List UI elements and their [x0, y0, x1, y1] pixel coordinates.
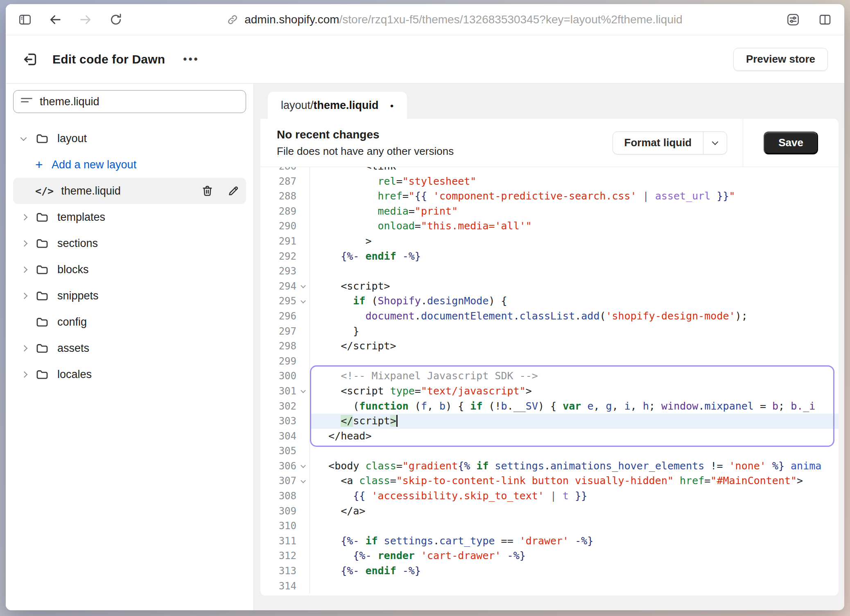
- code-text[interactable]: }: [310, 324, 839, 339]
- format-liquid-button[interactable]: Format liquid: [613, 131, 728, 154]
- line-number: 300: [260, 369, 296, 384]
- code-text[interactable]: media="print": [310, 204, 839, 219]
- code-text[interactable]: if (Shopify.designMode) {: [310, 294, 839, 309]
- sidebar-item-blocks[interactable]: blocks: [13, 256, 246, 283]
- sidebar-item-snippets[interactable]: snippets: [13, 283, 246, 309]
- code-text[interactable]: [310, 354, 839, 369]
- reload-icon[interactable]: [109, 13, 123, 27]
- code-text[interactable]: </script>: [310, 339, 839, 354]
- page-title: Edit code for Dawn: [52, 52, 165, 66]
- code-text[interactable]: <script>: [310, 279, 839, 294]
- code-text[interactable]: <link: [310, 167, 839, 174]
- code-text[interactable]: </head>: [310, 429, 839, 444]
- editor-pane: layout/theme.liquid ● No recent changes …: [254, 84, 844, 610]
- code-text[interactable]: [310, 519, 839, 534]
- browser-toolbar: admin.shopify.com/store/rzq1xu-f5/themes…: [6, 4, 844, 35]
- code-text[interactable]: </a>: [310, 504, 839, 519]
- rename-file-icon[interactable]: [227, 185, 240, 197]
- tab-theme-liquid[interactable]: layout/theme.liquid ●: [268, 92, 407, 119]
- code-text[interactable]: >: [310, 234, 839, 249]
- chevron-right-icon[interactable]: [21, 215, 35, 220]
- desktop: { "browser": { "url_host": "admin.shopif…: [0, 0, 850, 616]
- fold-chevron-icon[interactable]: [296, 294, 310, 309]
- file-search-input[interactable]: theme.liquid: [13, 90, 246, 113]
- chevron-down-icon: [712, 139, 719, 145]
- line-number: 314: [260, 579, 296, 594]
- link-icon: [226, 14, 239, 26]
- preview-store-button[interactable]: Preview store: [733, 48, 828, 71]
- code-text[interactable]: </script>: [310, 414, 839, 429]
- code-line-307: 307 <a class="skip-to-content-link butto…: [260, 473, 839, 489]
- sidebar-item-sections[interactable]: sections: [13, 230, 246, 256]
- sidebar-item-locales[interactable]: locales: [13, 361, 246, 387]
- fold-chevron-icon[interactable]: [296, 459, 310, 474]
- code-text[interactable]: <body class="gradient{% if settings.anim…: [310, 459, 839, 474]
- code-line-302: 302 (function (f, b) { if (!b.__SV) { va…: [260, 399, 839, 414]
- line-number: 289: [260, 204, 296, 219]
- chevron-right-icon[interactable]: [21, 267, 35, 272]
- code-line-313: 313 {%- endif -%}: [260, 564, 839, 579]
- fold-spacer: [296, 414, 310, 429]
- code-text[interactable]: [310, 579, 839, 594]
- code-line-314: 314: [260, 579, 839, 594]
- fold-spacer: [296, 309, 310, 324]
- fold-chevron-icon[interactable]: [296, 384, 310, 399]
- code-text[interactable]: [310, 264, 839, 279]
- folder-icon: [35, 131, 49, 145]
- page-settings-icon[interactable]: [786, 13, 800, 27]
- fold-spacer: [296, 167, 310, 174]
- code-text[interactable]: href="{{ 'component-predictive-search.cs…: [310, 189, 839, 204]
- exit-icon[interactable]: [22, 51, 38, 68]
- status-subtitle: File does not have any other versions: [277, 145, 454, 158]
- sidebar-item-layout[interactable]: layout: [13, 125, 246, 152]
- code-text[interactable]: {%- endif -%}: [310, 249, 839, 264]
- code-text[interactable]: {{ 'accessibility.skip_to_text' | t }}: [310, 489, 839, 504]
- code-text[interactable]: (function (f, b) { if (!b.__SV) { var e,…: [310, 399, 839, 414]
- code-editor[interactable]: 286 <link287 rel="stylesheet"288 href="{…: [260, 167, 839, 596]
- chevron-right-icon[interactable]: [21, 294, 35, 298]
- code-text[interactable]: {%- render 'cart-drawer' -%}: [310, 548, 839, 564]
- chevron-right-icon[interactable]: [21, 372, 35, 377]
- code-text[interactable]: {%- endif -%}: [310, 564, 839, 579]
- code-line-295: 295 if (Shopify.designMode) {: [260, 294, 839, 309]
- code-text[interactable]: <!-- Mixpanel Javascript SDK -->: [310, 369, 839, 384]
- sidebar-item-add-a-new-layout[interactable]: +Add a new layout: [13, 152, 246, 178]
- delete-file-icon[interactable]: [201, 185, 214, 197]
- sidebar-item-theme-liquid[interactable]: </>theme.liquid: [13, 178, 246, 204]
- file-search-value: theme.liquid: [40, 95, 99, 108]
- code-text[interactable]: <script type="text/javascript">: [310, 384, 839, 399]
- sidebar-item-assets[interactable]: assets: [13, 335, 246, 361]
- url-host: admin.shopify.com: [244, 13, 339, 26]
- sidebar-toggle-icon[interactable]: [18, 13, 32, 27]
- code-text[interactable]: {%- if settings.cart_type == 'drawer' -%…: [310, 534, 839, 549]
- line-number: 290: [260, 219, 296, 234]
- code-text[interactable]: rel="stylesheet": [310, 174, 839, 189]
- sidebar-item-config[interactable]: config: [13, 309, 246, 335]
- code-text[interactable]: onload="this.media='all'": [310, 219, 839, 234]
- fold-chevron-icon[interactable]: [296, 473, 310, 489]
- code-text[interactable]: [310, 444, 839, 459]
- address-bar[interactable]: admin.shopify.com/store/rzq1xu-f5/themes…: [123, 13, 786, 26]
- line-number: 310: [260, 519, 296, 534]
- browser-window: admin.shopify.com/store/rzq1xu-f5/themes…: [6, 4, 844, 610]
- chevron-right-icon[interactable]: [21, 241, 35, 246]
- chevron-down-icon[interactable]: [21, 137, 35, 140]
- code-line-290: 290 onload="this.media='all'": [260, 219, 839, 234]
- fold-spacer: [296, 219, 310, 234]
- code-line-305: 305: [260, 444, 839, 459]
- fold-chevron-icon[interactable]: [296, 279, 310, 294]
- format-dropdown-button[interactable]: [703, 132, 727, 154]
- split-view-icon[interactable]: [818, 13, 832, 27]
- folder-icon: [35, 315, 49, 329]
- back-icon[interactable]: [48, 13, 62, 27]
- save-button[interactable]: Save: [764, 131, 818, 154]
- code-text[interactable]: document.documentElement.classList.add('…: [310, 309, 839, 324]
- chevron-right-icon[interactable]: [21, 346, 35, 351]
- fold-spacer: [296, 234, 310, 249]
- more-menu-icon[interactable]: •••: [183, 53, 199, 66]
- code-text[interactable]: <a class="skip-to-content-link button vi…: [310, 473, 839, 489]
- code-line-308: 308 {{ 'accessibility.skip_to_text' | t …: [260, 489, 839, 504]
- sidebar-item-templates[interactable]: templates: [13, 204, 246, 230]
- fold-spacer: [296, 369, 310, 384]
- tab-file-name: theme.liquid: [314, 99, 379, 111]
